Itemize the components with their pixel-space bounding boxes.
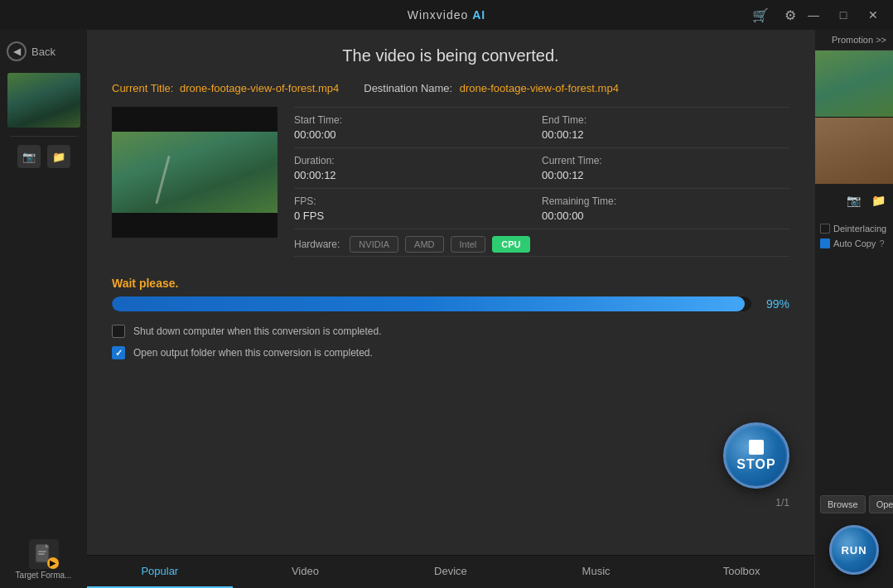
progress-section: Wait please. 99%	[112, 277, 789, 311]
promo-button[interactable]: Promotion >>	[815, 30, 893, 51]
folder-icon[interactable]: 📁	[47, 145, 70, 168]
shutdown-option-row: Shut down computer when this conversion …	[112, 325, 789, 338]
progress-bar-fill	[112, 296, 745, 311]
duration-value: 00:00:12	[294, 169, 532, 181]
sidebar: ◀ Back 📷 📁 ▶	[0, 30, 87, 588]
conversion-panel: The video is being converted. Current Ti…	[87, 30, 814, 555]
hardware-label: Hardware:	[294, 239, 340, 250]
intel-button[interactable]: Intel	[451, 236, 486, 253]
remaining-time-label: Remaining Time:	[542, 195, 780, 207]
settings-icon[interactable]: ⚙	[779, 3, 802, 27]
target-format-section: ▶ Target Forma...	[16, 539, 72, 588]
current-time-label: Current Time:	[542, 155, 780, 166]
amd-button[interactable]: AMD	[405, 236, 443, 253]
tab-popular[interactable]: Popular	[87, 556, 233, 588]
svg-rect-4	[38, 553, 45, 555]
dest-name-value: drone-footage-view-of-forest.mp4	[460, 82, 619, 94]
dest-name-label: Destination Name:	[364, 82, 452, 94]
stop-button[interactable]: STOP	[723, 422, 789, 489]
right-panel-image1	[815, 51, 893, 117]
open-output-label: Open output folder when this conversion …	[133, 347, 373, 359]
svg-rect-3	[38, 551, 46, 552]
open-output-checkbox[interactable]	[112, 346, 125, 359]
bottom-tabs: Popular Video Device Music Toolbox	[87, 555, 814, 588]
start-time-value: 00:00:00	[294, 128, 532, 141]
main-content: The video is being converted. Current Ti…	[87, 30, 814, 588]
shutdown-checkbox[interactable]	[112, 325, 125, 338]
auto-copy-label: Auto Copy	[833, 239, 876, 248]
video-frame	[112, 132, 278, 213]
start-time-label: Start Time:	[294, 114, 532, 126]
close-button[interactable]: ✕	[860, 2, 886, 28]
promo-label: Promotion >>	[832, 35, 886, 45]
maximize-button[interactable]: □	[830, 2, 857, 28]
video-bottom-bar	[112, 213, 278, 238]
end-time-value: 00:00:12	[542, 128, 780, 141]
run-button[interactable]: RUN	[829, 525, 879, 575]
browse-open-row: Browse Open	[820, 495, 888, 513]
progress-percent: 99%	[760, 297, 789, 311]
progress-bar-wrap: 99%	[112, 296, 789, 311]
fps-label: FPS:	[294, 195, 532, 207]
tab-music[interactable]: Music	[524, 556, 669, 588]
auto-copy-checkbox[interactable]	[820, 239, 830, 248]
nvidia-button[interactable]: NVIDIA	[350, 236, 398, 253]
minimize-button[interactable]: —	[800, 2, 827, 28]
fps-stat: FPS: 0 FPS	[294, 189, 542, 229]
stats-grid: Start Time: 00:00:00 End Time: 00:00:12 …	[294, 107, 789, 257]
cpu-button[interactable]: CPU	[492, 236, 529, 253]
titlebar: 🛒 ⚙ Winxvideo AI — □ ✕	[0, 0, 893, 30]
right-bottom: Browse Open RUN	[815, 489, 893, 588]
format-badge: ▶	[47, 557, 59, 569]
target-format-button[interactable]: ▶ Target Forma...	[16, 539, 72, 580]
progress-bar-bg	[112, 296, 751, 311]
browse-button[interactable]: Browse	[820, 495, 866, 513]
right-panel: Promotion >> 📷 📁 Deinterlacing Auto Copy…	[814, 30, 893, 588]
remaining-time-value: 00:00:00	[542, 210, 780, 222]
stop-icon	[749, 440, 764, 455]
camera-icon[interactable]: 📷	[843, 190, 863, 210]
deinterlacing-checkbox[interactable]	[820, 224, 830, 234]
dest-name-section: Destination Name: drone-footage-view-of-…	[364, 80, 619, 95]
end-time-stat: End Time: 00:00:12	[542, 108, 789, 148]
current-title-row: Current Title: drone-footage-view-of-for…	[112, 80, 789, 95]
help-icon[interactable]: ?	[879, 239, 884, 248]
current-title-section: Current Title: drone-footage-view-of-for…	[112, 80, 339, 95]
open-button[interactable]: Open	[869, 495, 893, 513]
tab-video[interactable]: Video	[233, 556, 379, 588]
back-label: Back	[31, 46, 56, 58]
back-button[interactable]: ◀ Back	[0, 36, 87, 66]
video-road	[155, 156, 170, 205]
thumb-image	[7, 73, 80, 128]
video-preview	[112, 107, 278, 238]
tab-device[interactable]: Device	[378, 556, 524, 588]
folder-open-icon[interactable]: 📁	[868, 190, 888, 210]
wait-label: Wait please.	[112, 277, 789, 290]
options-section: Shut down computer when this conversion …	[112, 325, 789, 359]
app-body: ◀ Back 📷 📁 ▶	[0, 30, 893, 588]
sidebar-actions: 📷 📁	[17, 145, 70, 168]
window-controls: — □ ✕	[800, 0, 886, 30]
right-panel-image2	[815, 118, 893, 184]
screenshot-icon[interactable]: 📷	[17, 145, 41, 168]
current-time-stat: Current Time: 00:00:12	[542, 148, 789, 189]
titlebar-icons: 🛒 ⚙	[749, 2, 802, 28]
shutdown-label: Shut down computer when this conversion …	[133, 325, 382, 337]
open-output-row: Open output folder when this conversion …	[112, 346, 789, 359]
current-title-label: Current Title: drone-footage-view-of-for…	[112, 82, 339, 94]
back-arrow-icon: ◀	[7, 41, 27, 61]
current-title-value: drone-footage-view-of-forest.mp4	[180, 82, 339, 94]
right-options: Deinterlacing Auto Copy ?	[815, 217, 893, 255]
sidebar-thumbnail	[7, 73, 80, 128]
fps-value: 0 FPS	[294, 210, 532, 222]
duration-label: Duration:	[294, 155, 532, 166]
tab-toolbox[interactable]: Toolbox	[669, 556, 814, 588]
target-format-icon: ▶	[29, 539, 59, 569]
video-stats-row: Start Time: 00:00:00 End Time: 00:00:12 …	[112, 107, 789, 257]
cart-icon[interactable]: 🛒	[749, 3, 772, 27]
hardware-row: Hardware: NVIDIA AMD Intel CPU	[294, 229, 789, 257]
duration-stat: Duration: 00:00:12	[294, 148, 542, 189]
end-time-label: End Time:	[542, 114, 780, 126]
remaining-time-stat: Remaining Time: 00:00:00	[542, 189, 789, 229]
stop-button-label: STOP	[736, 457, 775, 472]
